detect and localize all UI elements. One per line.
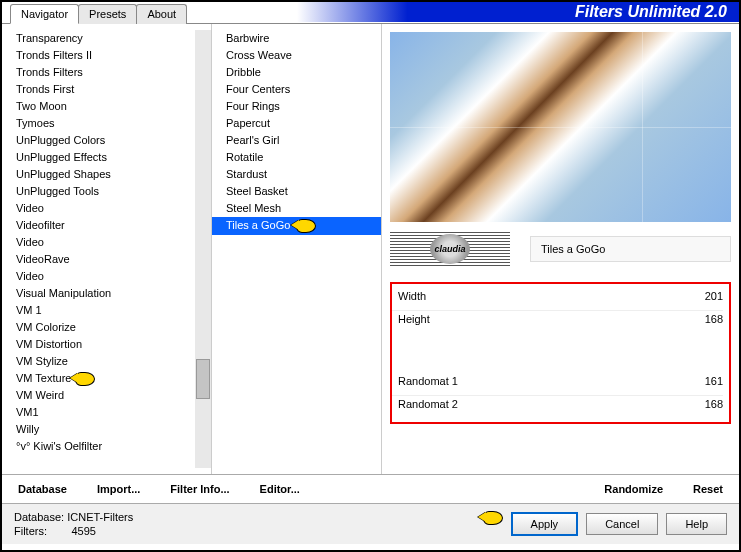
list-item[interactable]: VM Distortion (2, 336, 195, 353)
list-item[interactable]: Videofilter (2, 217, 195, 234)
param-row[interactable]: Randomat 2168 (392, 395, 723, 418)
list-item[interactable]: Four Centers (212, 81, 381, 98)
list-item[interactable]: Tronds Filters II (2, 47, 195, 64)
tab-navigator[interactable]: Navigator (10, 4, 79, 24)
list-item[interactable]: Pearl's Girl (212, 132, 381, 149)
list-item[interactable]: VM Texture (2, 370, 195, 387)
param-value: 201 (687, 290, 723, 302)
filter-info-button[interactable]: Filter Info... (170, 483, 229, 495)
list-item[interactable]: Barbwire (212, 30, 381, 47)
param-label: Randomat 1 (392, 375, 687, 387)
list-item[interactable]: Steel Basket (212, 183, 381, 200)
param-row[interactable]: Randomat 1161 (392, 373, 723, 395)
list-item[interactable]: UnPlugged Colors (2, 132, 195, 149)
list-item[interactable]: °v° Kiwi's Oelfilter (2, 438, 195, 455)
list-item[interactable]: Rotatile (212, 149, 381, 166)
list-item[interactable]: Papercut (212, 115, 381, 132)
param-label: Randomat 2 (392, 398, 687, 410)
list-item[interactable]: Four Rings (212, 98, 381, 115)
list-item[interactable]: UnPlugged Effects (2, 149, 195, 166)
list-item[interactable]: Tronds First (2, 81, 195, 98)
scrollbar[interactable] (195, 30, 211, 468)
list-item[interactable]: VM Colorize (2, 319, 195, 336)
param-value: 168 (687, 313, 723, 325)
hand-pointer-icon (294, 218, 316, 234)
randomize-button[interactable]: Randomize (604, 483, 663, 495)
list-item[interactable]: VM Stylize (2, 353, 195, 370)
list-item[interactable]: Stardust (212, 166, 381, 183)
import-button[interactable]: Import... (97, 483, 140, 495)
list-item[interactable]: Video (2, 234, 195, 251)
cancel-button[interactable]: Cancel (586, 513, 658, 535)
editor-button[interactable]: Editor... (260, 483, 300, 495)
list-item[interactable]: Tronds Filters (2, 64, 195, 81)
watermark-logo: claudia (390, 232, 510, 266)
scrollbar-thumb[interactable] (196, 359, 210, 399)
reset-button[interactable]: Reset (693, 483, 723, 495)
help-button[interactable]: Help (666, 513, 727, 535)
tab-presets[interactable]: Presets (78, 4, 137, 24)
list-item[interactable]: Willy (2, 421, 195, 438)
list-item[interactable]: UnPlugged Tools (2, 183, 195, 200)
database-button[interactable]: Database (18, 483, 67, 495)
tab-about[interactable]: About (136, 4, 187, 24)
list-item[interactable]: Steel Mesh (212, 200, 381, 217)
apply-button[interactable]: Apply (511, 512, 579, 536)
param-row[interactable]: Height168 (392, 310, 723, 333)
parameters-panel: Width201Height168 Randomat 1161Randomat … (390, 282, 731, 424)
list-item[interactable]: Cross Weave (212, 47, 381, 64)
filters-count-label: Filters: (14, 525, 47, 537)
list-item[interactable]: VM1 (2, 404, 195, 421)
list-item[interactable]: UnPlugged Shapes (2, 166, 195, 183)
param-value: 161 (687, 375, 723, 387)
param-label: Height (392, 313, 687, 325)
list-item[interactable]: Video (2, 268, 195, 285)
footer: Database: ICNET-Filters Filters: 4595 Ap… (2, 504, 739, 544)
list-item[interactable]: Video (2, 200, 195, 217)
list-item[interactable]: VideoRave (2, 251, 195, 268)
list-item[interactable]: Visual Manipulation (2, 285, 195, 302)
param-label: Width (392, 290, 687, 302)
param-value: 168 (687, 398, 723, 410)
tabs-bar: Navigator Presets About (10, 4, 186, 24)
hand-pointer-icon (73, 371, 95, 387)
app-title: Filters Unlimited 2.0 (297, 2, 739, 22)
preview-image (390, 32, 731, 222)
filter-list[interactable]: BarbwireCross WeaveDribbleFour CentersFo… (212, 24, 382, 474)
filters-count-value: 4595 (71, 525, 95, 537)
list-item[interactable]: Tymoes (2, 115, 195, 132)
list-item[interactable]: VM 1 (2, 302, 195, 319)
list-item[interactable]: Dribble (212, 64, 381, 81)
toolbar: Database Import... Filter Info... Editor… (2, 474, 739, 504)
list-item[interactable]: Tiles a GoGo (212, 217, 381, 235)
param-row[interactable]: Width201 (392, 288, 723, 310)
category-list[interactable]: TransparencyTronds Filters IITronds Filt… (2, 24, 212, 474)
hand-pointer-icon (481, 510, 503, 526)
list-item[interactable]: Two Moon (2, 98, 195, 115)
list-item[interactable]: VM Weird (2, 387, 195, 404)
database-value: ICNET-Filters (67, 511, 133, 523)
list-item[interactable]: Transparency (2, 30, 195, 47)
database-label: Database: (14, 511, 64, 523)
current-filter-name: Tiles a GoGo (530, 236, 731, 262)
